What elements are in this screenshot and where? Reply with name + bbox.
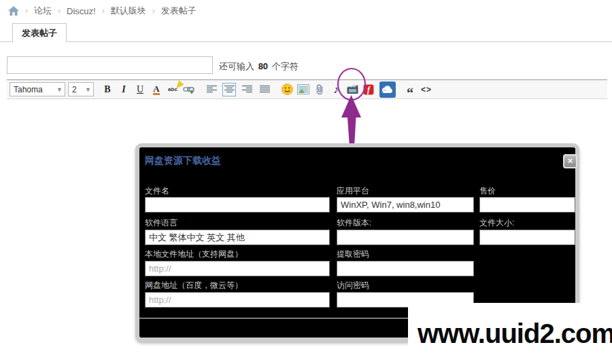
chars-remaining: 还可输入 80 个字符 [219,60,299,73]
attachment-button[interactable] [313,82,326,96]
code-button[interactable]: <> [420,82,433,96]
breadcrumb: › 论坛 › Discuz! › 默认版块 › 发表帖子 [8,5,197,17]
tab-new-post[interactable]: 发表帖子 [12,23,67,42]
insert-flash-button[interactable]: f [362,82,375,96]
callout-arrow-icon [341,95,361,147]
align-left-button[interactable] [205,83,218,96]
insert-audio-button[interactable]: ♪ [329,82,343,96]
underline-button[interactable]: U [133,82,147,96]
subject-input[interactable] [7,56,213,74]
font-family-value: Tahoma [14,85,43,94]
italic-icon: I [122,84,125,95]
align-center-button[interactable] [222,83,236,96]
extract-password-input[interactable] [337,261,474,276]
breadcrumb-item-forum[interactable]: 论坛 [34,5,52,17]
underline-icon: U [137,84,143,95]
watermark-text: www.uuid2.com [408,318,612,349]
pan-url-input[interactable] [145,292,330,308]
local-url-input[interactable] [145,261,330,276]
filesize-label: 文件大小: [479,217,575,229]
align-justify-button[interactable] [258,83,271,96]
flash-icon: f [363,84,374,95]
quote-button[interactable]: “ [403,82,417,96]
dialog-close-button[interactable]: × [563,154,577,168]
align-right-icon [242,85,252,94]
font-size-select[interactable]: 2 ▼ [68,82,94,96]
filename-label: 文件名 [145,185,330,197]
filename-input[interactable] [145,197,330,213]
price-input[interactable] [479,197,575,213]
access-password-label: 访问密码 [337,280,474,291]
home-icon[interactable] [8,6,19,16]
breadcrumb-separator: › [152,6,155,16]
italic-button[interactable]: I [117,82,131,96]
language-input[interactable] [145,230,330,245]
breadcrumb-separator: › [102,6,105,16]
code-icon: <> [421,85,432,94]
language-label: 软件语言 [145,217,330,229]
align-left-icon [207,85,217,94]
watermark: www.uuid2.com [408,303,612,364]
local-url-label: 本地文件地址（支持网盘） [145,249,330,260]
dialog-title: 网盘资源下载收益 [145,155,221,167]
music-note-icon: ♪ [333,84,339,96]
highlight-icon: abc [168,86,177,92]
bold-icon: B [104,84,110,95]
platform-input[interactable] [337,197,474,213]
price-label: 售价 [479,185,575,197]
chevron-down-icon: ▼ [56,86,63,93]
image-icon [297,84,309,94]
pan-url-label: 网盘地址（百度，微云等） [145,280,330,291]
version-input[interactable] [337,230,474,245]
editor-toolbar: Tahoma ▼ 2 ▼ B I U A abc [7,79,607,99]
clapperboard-icon [347,84,358,94]
font-color-icon: A [153,84,159,95]
platform-label: 应用平台 [337,185,474,197]
insert-image-button[interactable] [296,82,310,96]
breadcrumb-item-default-board[interactable]: 默认版块 [111,5,146,17]
breadcrumb-separator: › [58,6,61,16]
bold-button[interactable]: B [101,82,114,96]
breadcrumb-item-new-post: 发表帖子 [161,5,197,17]
chevron-down-icon: ▼ [85,86,91,93]
version-label: 软件版本: [337,217,474,229]
highlight-button[interactable]: abc [166,82,180,96]
link-icon [183,84,195,95]
chars-remaining-count: 80 [257,61,269,71]
align-right-button[interactable] [240,83,254,96]
breadcrumb-separator: › [25,6,28,16]
smiley-button[interactable] [280,82,294,96]
breadcrumb-item-discuz[interactable]: Discuz! [67,6,96,16]
font-color-button[interactable]: A [150,82,163,96]
font-size-value: 2 [72,85,77,94]
quote-icon: “ [407,84,413,96]
filesize-input[interactable] [479,230,575,245]
tab-strip-divider [0,41,612,42]
cloud-attach-button[interactable] [379,81,396,98]
cloud-icon [381,86,394,94]
chars-remaining-prefix: 还可输入 [219,61,254,71]
smiley-icon [282,84,293,95]
paperclip-icon [315,84,324,95]
insert-video-button[interactable] [345,82,359,96]
chars-remaining-suffix: 个字符 [272,61,299,71]
align-center-icon [224,85,235,94]
align-justify-icon [260,85,270,94]
extract-password-label: 提取密码 [337,249,474,260]
font-family-select[interactable]: Tahoma ▼ [10,82,65,96]
